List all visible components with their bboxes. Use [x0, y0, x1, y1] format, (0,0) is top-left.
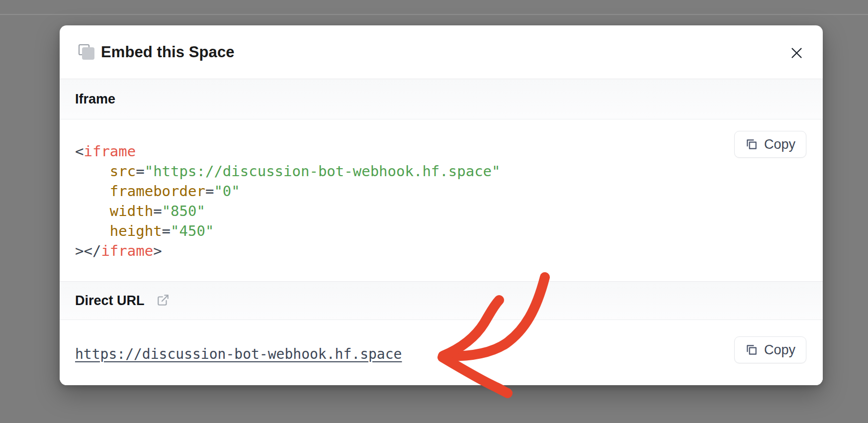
embed-space-modal: Embed this Space Iframe <iframe src="htt…	[60, 25, 823, 385]
modal-header: Embed this Space	[60, 25, 823, 79]
iframe-section-label: Iframe	[75, 92, 115, 107]
close-icon	[790, 46, 803, 60]
backdrop-seam	[0, 14, 868, 15]
close-button[interactable]	[785, 42, 807, 64]
copy-button-label: Copy	[764, 137, 795, 152]
copy-button-label: Copy	[764, 342, 795, 358]
direct-url-section-header: Direct URL	[60, 281, 823, 320]
embed-window-icon	[78, 44, 94, 60]
copy-iframe-code-button[interactable]: Copy	[734, 131, 806, 158]
copy-icon	[745, 343, 758, 356]
modal-title: Embed this Space	[101, 43, 235, 61]
direct-url-link[interactable]: https://discussion-bot-webhook.hf.space	[75, 346, 402, 362]
iframe-code-section: <iframe src="https://discussion-bot-webh…	[60, 119, 823, 281]
direct-url-section-label: Direct URL	[75, 293, 145, 309]
direct-url-row: https://discussion-bot-webhook.hf.space …	[60, 320, 823, 385]
external-link-icon[interactable]	[157, 294, 170, 307]
iframe-code[interactable]: <iframe src="https://discussion-bot-webh…	[75, 141, 807, 261]
iframe-section-header: Iframe	[60, 79, 823, 119]
copy-icon	[745, 138, 758, 151]
copy-direct-url-button[interactable]: Copy	[734, 336, 806, 363]
